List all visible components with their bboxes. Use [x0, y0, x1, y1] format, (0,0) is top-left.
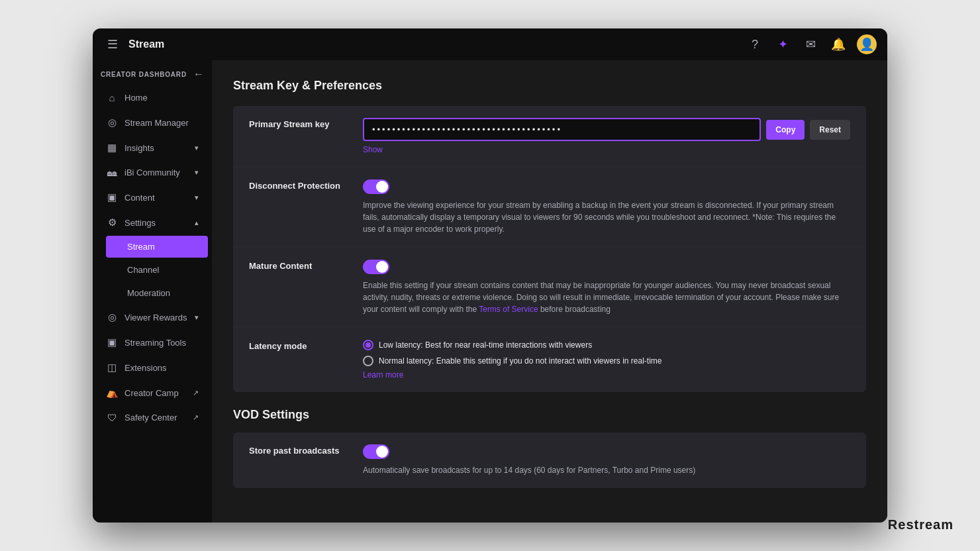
mature-content-desc: Enable this setting if your stream conta…: [363, 279, 850, 315]
mature-content-toggle-row: [363, 260, 850, 274]
radio-normal-circle: [363, 356, 373, 366]
disconnect-protection-desc: Improve the viewing experience for your …: [363, 199, 850, 235]
sidebar-item-label: Settings: [124, 218, 156, 228]
content-area: Stream Key & Preferences Primary Stream …: [212, 60, 887, 523]
sidebar-item-stream[interactable]: Stream: [106, 236, 208, 258]
store-broadcasts-toggle-row: [363, 444, 850, 459]
restream-label: Restream: [888, 517, 954, 532]
vod-settings-card: Store past broadcasts Automatically save…: [233, 432, 866, 488]
bell-icon[interactable]: 🔔: [829, 35, 848, 54]
menu-icon[interactable]: ☰: [103, 35, 122, 54]
chevron-up-icon: ▴: [195, 219, 199, 227]
magic-icon[interactable]: ✦: [773, 35, 792, 54]
sidebar-item-home[interactable]: ⌂ Home: [97, 86, 208, 109]
sidebar-item-safety-center[interactable]: 🛡 Safety Center ↗: [97, 406, 208, 429]
sidebar-item-community[interactable]: 🏘 iBi Community ▾: [97, 161, 208, 184]
sidebar-item-label: Streaming Tools: [124, 338, 186, 348]
latency-mode-label: Latency mode: [249, 340, 355, 351]
latency-mode-radio-group: Low latency: Best for near real-time int…: [363, 340, 850, 366]
home-icon: ⌂: [106, 92, 118, 103]
chevron-down-icon: ▾: [195, 168, 199, 177]
primary-stream-key-row: Primary Stream key Copy Reset Show: [233, 106, 866, 168]
toggle-knob: [376, 446, 388, 458]
latency-mode-content: Low latency: Best for near real-time int…: [363, 340, 850, 380]
disconnect-protection-toggle[interactable]: [363, 179, 389, 194]
terms-of-service-link[interactable]: Terms of Service: [479, 305, 538, 314]
show-link[interactable]: Show: [363, 145, 383, 154]
sidebar-item-label: Viewer Rewards: [124, 313, 187, 323]
store-broadcasts-row: Store past broadcasts Automatically save…: [233, 432, 866, 488]
disconnect-protection-content: Improve the viewing experience for your …: [363, 179, 850, 235]
viewer-rewards-icon: ◎: [106, 311, 118, 323]
copy-button[interactable]: Copy: [766, 120, 805, 140]
sidebar-item-label: Safety Center: [124, 413, 177, 423]
sidebar-item-creator-camp[interactable]: ⛺ Creator Camp ↗: [97, 381, 208, 405]
sidebar-item-label: Insights: [124, 143, 154, 153]
mature-content-toggle[interactable]: [363, 260, 389, 274]
sidebar-item-label: Creator Camp: [124, 388, 179, 398]
store-broadcasts-content: Automatically save broadcasts for up to …: [363, 444, 850, 476]
titlebar-left: ☰ Stream: [103, 35, 164, 54]
sidebar-item-label: iBi Community: [124, 168, 180, 177]
store-broadcasts-toggle[interactable]: [363, 444, 389, 459]
sidebar: Creator Dashboard ← ⌂ Home ◎ Stream Mana…: [93, 60, 212, 523]
toggle-knob: [376, 261, 388, 273]
disconnect-protection-row: Disconnect Protection Improve the viewin…: [233, 168, 866, 248]
vod-section-title: VOD Settings: [233, 408, 866, 422]
sidebar-item-label: Stream Manager: [124, 118, 189, 128]
latency-normal-label: Normal latency: Enable this setting if y…: [379, 356, 662, 366]
safety-center-icon: 🛡: [106, 412, 118, 423]
latency-normal-option[interactable]: Normal latency: Enable this setting if y…: [363, 356, 850, 366]
chevron-down-icon: ▾: [195, 193, 199, 202]
toggle-knob: [376, 181, 388, 193]
sidebar-header: Creator Dashboard ←: [93, 60, 212, 85]
mature-content-content: Enable this setting if your stream conta…: [363, 260, 850, 315]
chevron-down-icon: ▾: [195, 144, 199, 152]
creator-camp-icon: ⛺: [106, 387, 118, 399]
sidebar-item-settings[interactable]: ⚙ Settings ▴: [97, 211, 208, 234]
sidebar-item-label: Channel: [127, 265, 159, 275]
latency-low-option[interactable]: Low latency: Best for near real-time int…: [363, 340, 850, 350]
disconnect-protection-label: Disconnect Protection: [249, 179, 355, 191]
sidebar-item-channel[interactable]: Channel: [106, 259, 208, 281]
settings-icon: ⚙: [106, 217, 118, 228]
radio-low-circle: [363, 340, 373, 350]
sidebar-item-streaming-tools[interactable]: ▣ Streaming Tools: [97, 330, 208, 354]
community-icon: 🏘: [106, 167, 118, 178]
sidebar-collapse-button[interactable]: ←: [193, 68, 204, 80]
titlebar: ☰ Stream ? ✦ ✉ 🔔 👤: [93, 28, 887, 60]
sidebar-item-label: Extensions: [124, 363, 167, 373]
stream-manager-icon: ◎: [106, 117, 118, 128]
learn-more-link[interactable]: Learn more: [363, 370, 403, 379]
sidebar-header-label: Creator Dashboard: [101, 71, 187, 78]
sidebar-item-stream-manager[interactable]: ◎ Stream Manager: [97, 111, 208, 134]
stream-key-card: Primary Stream key Copy Reset Show Disco…: [233, 106, 866, 392]
help-icon[interactable]: ?: [746, 35, 764, 54]
chevron-down-icon: ▾: [195, 313, 199, 322]
store-broadcasts-label: Store past broadcasts: [249, 444, 355, 456]
mature-content-desc-part2: before broadcasting: [538, 305, 611, 314]
avatar[interactable]: 👤: [857, 34, 877, 54]
sidebar-item-content[interactable]: ▣ Content ▾: [97, 185, 208, 209]
sidebar-item-label: Content: [124, 193, 155, 203]
stream-key-input[interactable]: [363, 118, 761, 141]
sidebar-item-label: Stream: [127, 242, 155, 252]
content-icon: ▣: [106, 191, 118, 203]
sidebar-item-moderation[interactable]: Moderation: [106, 282, 208, 304]
reset-button[interactable]: Reset: [810, 120, 850, 140]
primary-stream-key-label: Primary Stream key: [249, 118, 355, 129]
mail-icon[interactable]: ✉: [801, 35, 820, 54]
titlebar-right: ? ✦ ✉ 🔔 👤: [746, 34, 877, 54]
sidebar-item-insights[interactable]: ▦ Insights ▾: [97, 136, 208, 160]
main-layout: Creator Dashboard ← ⌂ Home ◎ Stream Mana…: [93, 60, 887, 523]
sidebar-item-viewer-rewards[interactable]: ◎ Viewer Rewards ▾: [97, 305, 208, 329]
external-link-icon: ↗: [193, 413, 199, 422]
mature-content-label: Mature Content: [249, 260, 355, 271]
window-title: Stream: [128, 38, 164, 50]
sidebar-item-label: Home: [124, 93, 148, 103]
store-broadcasts-desc: Automatically save broadcasts for up to …: [363, 464, 850, 476]
latency-low-label: Low latency: Best for near real-time int…: [379, 340, 592, 350]
stream-key-input-row: Copy Reset: [363, 118, 850, 141]
sidebar-item-extensions[interactable]: ◫ Extensions: [97, 356, 208, 379]
mature-content-row: Mature Content Enable this setting if yo…: [233, 248, 866, 328]
